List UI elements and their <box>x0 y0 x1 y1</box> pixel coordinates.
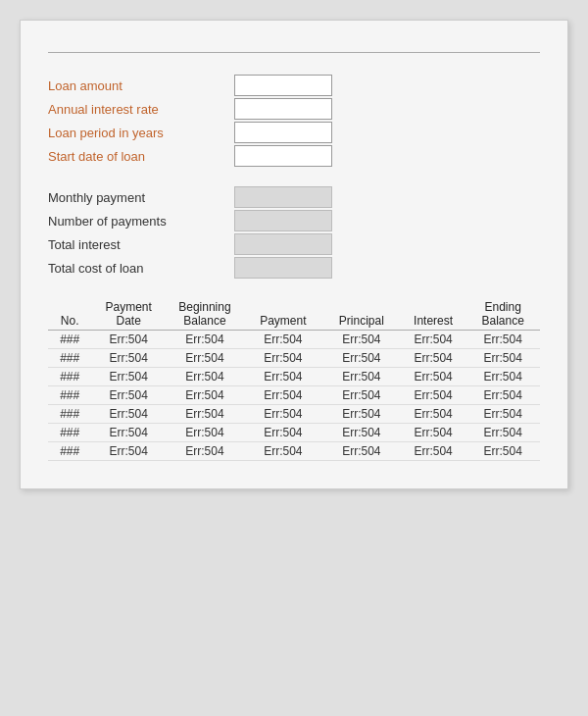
table-cell: Err:504 <box>401 405 466 424</box>
table-cell: Err:504 <box>466 368 540 386</box>
table-cell: Err:504 <box>166 331 244 349</box>
table-cell: Err:504 <box>91 331 166 349</box>
table-cell: ### <box>48 424 91 442</box>
table-cell: Err:504 <box>244 442 322 461</box>
table-cell: Err:504 <box>401 368 466 386</box>
table-row: ###Err:504Err:504Err:504Err:504Err:504Er… <box>48 424 540 442</box>
title-divider <box>48 52 540 53</box>
table-cell: Err:504 <box>91 405 166 424</box>
table-cell: Err:504 <box>466 386 540 405</box>
calculator-card: Loan amount Annual interest rate Loan pe… <box>20 20 568 489</box>
amortization-table: No. Payment Date Beginning Balance Payme… <box>48 298 540 461</box>
table-cell: Err:504 <box>322 368 401 386</box>
table-cell: ### <box>48 442 91 461</box>
loan-amount-input[interactable] <box>234 75 332 96</box>
col-header-beginning-balance: Beginning Balance <box>166 298 244 331</box>
monthly-payment-row: Monthly payment <box>48 186 540 208</box>
table-cell: ### <box>48 386 91 405</box>
table-cell: Err:504 <box>166 424 244 442</box>
table-row: ###Err:504Err:504Err:504Err:504Err:504Er… <box>48 386 540 405</box>
table-row: ###Err:504Err:504Err:504Err:504Err:504Er… <box>48 368 540 386</box>
num-payments-label: Number of payments <box>48 214 234 229</box>
table-cell: Err:504 <box>322 442 401 461</box>
table-cell: Err:504 <box>244 349 322 368</box>
num-payments-row: Number of payments <box>48 210 540 231</box>
table-cell: Err:504 <box>322 386 401 405</box>
start-date-input[interactable] <box>234 145 332 167</box>
table-cell: Err:504 <box>91 442 166 461</box>
table-cell: Err:504 <box>244 368 322 386</box>
table-cell: Err:504 <box>166 349 244 368</box>
table-row: ###Err:504Err:504Err:504Err:504Err:504Er… <box>48 331 540 349</box>
table-cell: ### <box>48 349 91 368</box>
table-cell: Err:504 <box>401 349 466 368</box>
col-header-payment: Payment <box>244 298 322 331</box>
table-cell: Err:504 <box>322 331 401 349</box>
total-interest-label: Total interest <box>48 237 234 252</box>
total-interest-output <box>234 233 332 255</box>
monthly-payment-output <box>234 186 332 208</box>
amortization-table-section: No. Payment Date Beginning Balance Payme… <box>48 298 540 461</box>
annual-rate-label: Annual interest rate <box>48 102 234 117</box>
loan-amount-label: Loan amount <box>48 78 234 93</box>
col-header-interest: Interest <box>401 298 466 331</box>
table-row: ###Err:504Err:504Err:504Err:504Err:504Er… <box>48 349 540 368</box>
table-cell: ### <box>48 405 91 424</box>
table-cell: Err:504 <box>466 349 540 368</box>
table-cell: Err:504 <box>91 386 166 405</box>
table-cell: Err:504 <box>244 424 322 442</box>
num-payments-output <box>234 210 332 231</box>
table-body: ###Err:504Err:504Err:504Err:504Err:504Er… <box>48 331 540 461</box>
annual-rate-input[interactable] <box>234 98 332 120</box>
loan-amount-row: Loan amount <box>48 75 540 96</box>
table-cell: Err:504 <box>244 386 322 405</box>
table-cell: Err:504 <box>244 331 322 349</box>
col-header-payment-date: Payment Date <box>91 298 166 331</box>
start-date-label: Start date of loan <box>48 149 234 164</box>
total-interest-row: Total interest <box>48 233 540 255</box>
table-cell: Err:504 <box>91 368 166 386</box>
table-cell: Err:504 <box>401 331 466 349</box>
table-cell: Err:504 <box>466 424 540 442</box>
monthly-payment-label: Monthly payment <box>48 190 234 205</box>
total-cost-label: Total cost of loan <box>48 261 234 276</box>
total-cost-output <box>234 257 332 279</box>
table-cell: Err:504 <box>401 442 466 461</box>
start-date-row: Start date of loan <box>48 145 540 167</box>
col-header-principal: Principal <box>322 298 401 331</box>
table-cell: Err:504 <box>91 424 166 442</box>
table-cell: Err:504 <box>322 424 401 442</box>
loan-period-row: Loan period in years <box>48 122 540 143</box>
table-cell: Err:504 <box>166 368 244 386</box>
loan-period-input[interactable] <box>234 122 332 143</box>
loan-period-label: Loan period in years <box>48 126 234 140</box>
table-cell: Err:504 <box>166 386 244 405</box>
col-header-ending-balance: Ending Balance <box>466 298 540 331</box>
table-cell: Err:504 <box>322 405 401 424</box>
table-cell: Err:504 <box>322 349 401 368</box>
table-cell: Err:504 <box>466 405 540 424</box>
table-cell: Err:504 <box>166 405 244 424</box>
table-row: ###Err:504Err:504Err:504Err:504Err:504Er… <box>48 442 540 461</box>
table-header-row: No. Payment Date Beginning Balance Payme… <box>48 298 540 331</box>
annual-rate-row: Annual interest rate <box>48 98 540 120</box>
total-cost-row: Total cost of loan <box>48 257 540 279</box>
table-cell: Err:504 <box>401 424 466 442</box>
col-header-no: No. <box>48 298 91 331</box>
output-section: Monthly payment Number of payments Total… <box>48 186 540 279</box>
input-section: Loan amount Annual interest rate Loan pe… <box>48 71 540 169</box>
table-cell: Err:504 <box>91 349 166 368</box>
table-cell: Err:504 <box>466 331 540 349</box>
table-cell: Err:504 <box>244 405 322 424</box>
table-cell: ### <box>48 331 91 349</box>
table-cell: Err:504 <box>166 442 244 461</box>
table-row: ###Err:504Err:504Err:504Err:504Err:504Er… <box>48 405 540 424</box>
table-cell: ### <box>48 368 91 386</box>
table-cell: Err:504 <box>401 386 466 405</box>
table-cell: Err:504 <box>466 442 540 461</box>
